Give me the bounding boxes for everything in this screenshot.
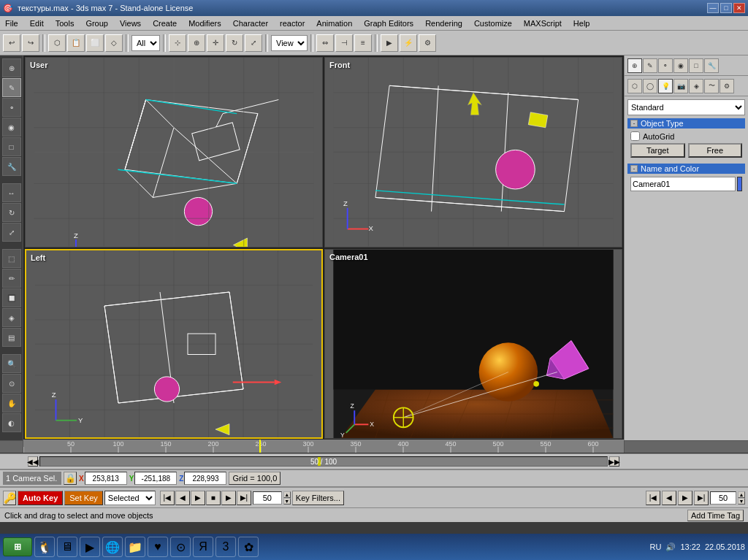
minimize-button[interactable]: — xyxy=(707,3,719,13)
menu-tools[interactable]: Tools xyxy=(53,18,77,28)
menu-customize[interactable]: Customize xyxy=(472,18,514,28)
shapes-icon[interactable]: ◯ xyxy=(643,79,657,93)
taskbar-icon-mediaplayer[interactable]: ▶ xyxy=(80,537,100,557)
select-object-button[interactable]: ⬡ xyxy=(48,34,66,52)
menu-character[interactable]: Character xyxy=(231,18,270,28)
category-dropdown[interactable]: Standard xyxy=(627,99,745,115)
timeline-go-start[interactable]: ◀◀ xyxy=(28,456,38,467)
undo-button[interactable]: ↩ xyxy=(3,34,20,52)
key-icon[interactable]: 🔑 xyxy=(3,491,16,505)
helpers-icon[interactable]: ◈ xyxy=(689,79,703,93)
go-end-button[interactable]: ▶| xyxy=(237,491,251,505)
next-frame-button[interactable]: ▶ xyxy=(221,491,236,505)
timeline-go-end[interactable]: ▶▶ xyxy=(609,456,619,467)
view-dropdown[interactable]: View xyxy=(271,35,308,51)
taskbar-icon-hp[interactable]: 🖥 xyxy=(57,537,77,557)
render-button[interactable]: ▶ xyxy=(381,34,398,52)
taskbar-icon-3dsmax[interactable]: 3 xyxy=(215,537,236,557)
material-tool[interactable]: ◈ xyxy=(2,308,21,327)
object-type-collapse[interactable]: - xyxy=(630,120,638,127)
anim-right-4[interactable]: ▶| xyxy=(694,491,709,505)
go-start-button[interactable]: |◀ xyxy=(160,491,175,505)
free-button[interactable]: Free xyxy=(688,143,743,158)
hierarchy-tab[interactable]: ⚬ xyxy=(2,98,21,117)
play-button[interactable]: ▶ xyxy=(191,491,205,505)
fence-select-button[interactable]: ◇ xyxy=(105,34,123,52)
current-frame-input[interactable] xyxy=(253,491,282,505)
quick-render-button[interactable]: ⚡ xyxy=(400,34,417,52)
stop-button[interactable]: ■ xyxy=(206,491,221,505)
taskbar-icon-ie[interactable]: 🌐 xyxy=(102,537,123,557)
rotate-tool[interactable]: ↻ xyxy=(226,34,243,52)
viewport-user[interactable]: User xyxy=(25,57,323,248)
name-color-collapse[interactable]: - xyxy=(630,165,638,172)
rotate-gizmo[interactable]: ↻ xyxy=(2,203,21,222)
viewport-left[interactable]: Left xyxy=(25,249,323,440)
modify-tab[interactable]: ✎ xyxy=(2,78,21,97)
setkey-button[interactable]: Set Key xyxy=(64,491,103,505)
snap-tool[interactable]: 🔲 xyxy=(2,288,21,307)
lights-icon[interactable]: 💡 xyxy=(658,79,673,93)
taskbar-icon-chrome[interactable]: ⊙ xyxy=(170,537,191,557)
redo-button[interactable]: ↪ xyxy=(22,34,39,52)
window-controls[interactable]: — □ ✕ xyxy=(707,3,745,13)
menu-animation[interactable]: Animation xyxy=(314,18,354,28)
menu-views[interactable]: Views xyxy=(118,18,143,28)
anim-right-1[interactable]: |◀ xyxy=(646,491,660,505)
taskbar-icon-unknown[interactable]: ✿ xyxy=(238,537,259,557)
systems-icon[interactable]: ⚙ xyxy=(720,79,734,93)
speaker-icon[interactable]: 🔊 xyxy=(665,542,676,552)
close-button[interactable]: ✕ xyxy=(733,3,745,13)
spacewarps-icon[interactable]: 〜 xyxy=(704,79,719,93)
object-name-input[interactable] xyxy=(630,177,736,191)
menu-modifiers[interactable]: Modifiers xyxy=(186,18,224,28)
taskbar-icon-explorer[interactable]: 📁 xyxy=(125,537,145,557)
frame-up-button[interactable]: ▲ xyxy=(283,491,291,498)
move-gizmo[interactable]: ↔ xyxy=(2,183,21,202)
frame-down-button[interactable]: ▼ xyxy=(283,498,291,505)
taskbar-icon-1[interactable]: 🐧 xyxy=(34,537,55,557)
taskbar-icon-yandex[interactable]: Я xyxy=(193,537,213,557)
menu-reactor[interactable]: reactor xyxy=(278,18,307,28)
menu-graph-editors[interactable]: Graph Editors xyxy=(362,18,416,28)
prev-frame-button[interactable]: ◀ xyxy=(175,491,190,505)
render-settings-button[interactable]: ⚙ xyxy=(419,34,436,52)
end-frame-down[interactable]: ▼ xyxy=(738,498,745,505)
create-tab[interactable]: ⊕ xyxy=(2,58,21,77)
target-button[interactable]: Target xyxy=(630,143,685,158)
menu-rendering[interactable]: Rendering xyxy=(423,18,465,28)
lock-selection-button[interactable]: 🔒 xyxy=(64,472,77,485)
select-by-name-button[interactable]: 📋 xyxy=(67,34,85,52)
menu-create[interactable]: Create xyxy=(150,18,179,28)
select-region-tool[interactable]: ⊕ xyxy=(188,34,205,52)
display-tab[interactable]: □ xyxy=(2,137,21,156)
select-tool-left[interactable]: ⬚ xyxy=(2,249,21,268)
filter-dropdown[interactable]: All xyxy=(131,35,160,51)
menu-maxscript[interactable]: MAXScript xyxy=(522,18,564,28)
timeline-track[interactable]: 50 / 100 xyxy=(39,456,608,467)
layer-tool[interactable]: ≡ xyxy=(354,34,372,52)
menu-edit[interactable]: Edit xyxy=(28,18,46,28)
anim-right-3[interactable]: ▶ xyxy=(678,491,692,505)
modify-panel-tab[interactable]: ✎ xyxy=(643,58,657,73)
motion-panel-tab[interactable]: ◉ xyxy=(673,58,688,73)
z-input[interactable] xyxy=(184,472,226,485)
color-swatch[interactable] xyxy=(737,177,742,191)
add-time-tag-button[interactable]: Add Time Tag xyxy=(687,510,744,521)
viewport-front[interactable]: Front xyxy=(324,57,622,248)
geometry-icon[interactable]: ⬡ xyxy=(627,79,642,93)
select-tool[interactable]: ⊹ xyxy=(169,34,186,52)
move-tool[interactable]: ✛ xyxy=(207,34,224,52)
selected-dropdown[interactable]: Selected xyxy=(104,491,156,505)
render-region[interactable]: ▤ xyxy=(2,328,21,347)
cameras-icon[interactable]: 📷 xyxy=(673,79,688,93)
end-frame-up[interactable]: ▲ xyxy=(738,491,745,498)
anim-right-2[interactable]: ◀ xyxy=(662,491,676,505)
y-input[interactable] xyxy=(134,472,177,485)
align-tool[interactable]: ⊣ xyxy=(335,34,353,52)
menu-help[interactable]: Help xyxy=(571,18,592,28)
menu-group[interactable]: Group xyxy=(83,18,110,28)
display-panel-tab[interactable]: □ xyxy=(689,58,703,73)
scale-gizmo[interactable]: ⤢ xyxy=(2,223,21,242)
create-panel-tab[interactable]: ⊕ xyxy=(627,58,642,73)
